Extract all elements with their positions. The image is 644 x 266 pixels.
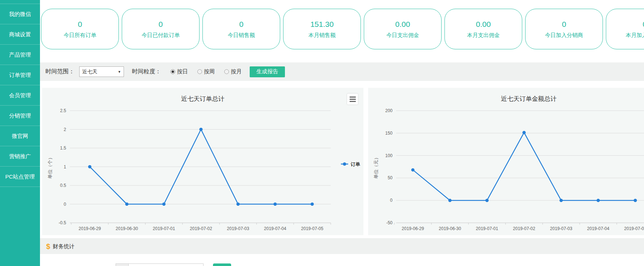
stat-card-label: 今日所有订单 xyxy=(64,32,96,39)
time-range-value: 近七天 xyxy=(82,69,97,75)
svg-text:1: 1 xyxy=(64,164,66,169)
finance-form-row xyxy=(116,263,231,266)
stat-card-label: 今日已付款订单 xyxy=(142,32,180,39)
svg-text:0: 0 xyxy=(390,198,393,203)
svg-text:-0.5: -0.5 xyxy=(59,220,66,225)
time-range-select[interactable]: 近七天 ▼ xyxy=(79,66,124,77)
radio-label: 按日 xyxy=(177,68,188,75)
stat-card-value: 0.00 xyxy=(476,20,491,29)
stat-card-value: 0 xyxy=(239,20,243,29)
finance-input[interactable] xyxy=(129,263,204,266)
svg-text:2019-06-30: 2019-06-30 xyxy=(116,226,138,231)
time-range-label: 时间范围： xyxy=(45,68,75,75)
svg-text:2019-07-03: 2019-07-03 xyxy=(227,226,249,231)
svg-text:2019-06-29: 2019-06-29 xyxy=(402,226,424,231)
generate-report-button[interactable]: 生成报告 xyxy=(250,66,285,77)
sidebar-item-my-wechat[interactable]: 我的微信 xyxy=(0,4,40,24)
svg-text:-50: -50 xyxy=(386,220,393,225)
stat-card-label: 本月销售额 xyxy=(309,32,336,39)
svg-text:近七天订单总计: 近七天订单总计 xyxy=(181,95,225,102)
granularity-label: 时间粒度： xyxy=(132,68,161,75)
stat-card: 0本月加入分销商 xyxy=(606,9,644,49)
granularity-radio-group: 按日按周按月 xyxy=(161,68,242,75)
filter-bar: 时间范围： 近七天 ▼ 时间粒度： 按日按周按月 生成报告 xyxy=(40,62,644,81)
svg-text:2019-06-30: 2019-06-30 xyxy=(439,226,461,231)
stat-card: 0今日所有订单 xyxy=(41,9,119,49)
svg-text:2019-07-02: 2019-07-02 xyxy=(513,226,535,231)
stat-cards-row: 0今日所有订单0今日已付款订单0今日销售额151.30本月销售额0.00今日支出… xyxy=(41,9,644,49)
radio-label: 按月 xyxy=(231,68,242,75)
sidebar-item-pc-site-mgmt[interactable]: PC站点管理 xyxy=(0,166,40,187)
svg-text:0.5: 0.5 xyxy=(60,183,66,188)
svg-text:2019-07-05: 2019-07-05 xyxy=(624,226,644,231)
stat-card-label: 今日加入分销商 xyxy=(545,32,583,39)
sidebar: 我的微信商城设置产品管理订单管理会员管理分销管理微官网营销推广PC站点管理 xyxy=(0,0,40,266)
stat-card-value: 151.30 xyxy=(310,20,334,29)
svg-text:0: 0 xyxy=(64,202,66,207)
radio-by-week-icon[interactable] xyxy=(197,69,202,74)
svg-text:订单: 订单 xyxy=(350,161,360,167)
svg-text:100: 100 xyxy=(385,153,393,158)
stat-card-label: 今日销售额 xyxy=(228,32,255,39)
svg-text:2019-07-03: 2019-07-03 xyxy=(550,226,572,231)
stat-card: 0今日销售额 xyxy=(202,9,280,49)
sidebar-item-marketing[interactable]: 营销推广 xyxy=(0,146,40,166)
radio-by-month-icon[interactable] xyxy=(224,69,229,74)
svg-text:2019-07-01: 2019-07-01 xyxy=(476,226,498,231)
svg-text:2019-07-05: 2019-07-05 xyxy=(301,226,323,231)
svg-text:1.5: 1.5 xyxy=(60,146,66,151)
order-amount-chart-panel: 200150100500-502019-06-292019-06-302019-… xyxy=(368,88,644,235)
orders-line-chart: 2.521.510.50-0.52019-06-292019-06-302019… xyxy=(42,88,363,235)
sidebar-menu: 我的微信商城设置产品管理订单管理会员管理分销管理微官网营销推广PC站点管理 xyxy=(0,0,40,187)
order-amount-line-chart: 200150100500-502019-06-292019-06-302019-… xyxy=(368,88,644,235)
stat-card: 0今日加入分销商 xyxy=(525,9,603,49)
stat-card: 151.30本月销售额 xyxy=(283,9,361,49)
chart-menu-icon[interactable] xyxy=(347,94,358,105)
stat-card: 0今日已付款订单 xyxy=(122,9,200,49)
sidebar-item-micro-site[interactable]: 微官网 xyxy=(0,126,40,146)
stat-card: 0.00今日支出佣金 xyxy=(364,9,442,49)
sidebar-item-distribution-mgmt[interactable]: 分销管理 xyxy=(0,105,40,126)
radio-by-month[interactable]: 按月 xyxy=(224,68,242,75)
stat-card-label: 本月加入分销商 xyxy=(626,32,644,39)
svg-text:单位（元）: 单位（元） xyxy=(373,155,379,179)
stat-card-label: 本月支出佣金 xyxy=(467,32,500,39)
svg-text:单位（个）: 单位（个） xyxy=(47,155,53,179)
stat-card-value: 0 xyxy=(643,20,644,29)
finance-section-header: $ 财务统计 xyxy=(40,238,644,254)
orders-chart-panel: 2.521.510.50-0.52019-06-292019-06-302019… xyxy=(42,88,363,235)
input-addon xyxy=(116,263,129,266)
svg-text:2019-07-01: 2019-07-01 xyxy=(153,226,175,231)
svg-text:近七天订单金额总计: 近七天订单金额总计 xyxy=(501,95,557,102)
finance-submit-button[interactable] xyxy=(213,263,231,266)
radio-label: 按周 xyxy=(204,68,215,75)
sidebar-item-order-mgmt[interactable]: 订单管理 xyxy=(0,65,40,85)
svg-text:2: 2 xyxy=(64,127,66,132)
svg-text:2019-06-29: 2019-06-29 xyxy=(79,226,101,231)
sidebar-item-member-mgmt[interactable]: 会员管理 xyxy=(0,85,40,105)
stat-card-value: 0.00 xyxy=(395,20,410,29)
sidebar-item-product-mgmt[interactable]: 产品管理 xyxy=(0,44,40,65)
svg-text:2019-07-04: 2019-07-04 xyxy=(587,226,609,231)
radio-by-week[interactable]: 按周 xyxy=(197,68,215,75)
finance-section-title: 财务统计 xyxy=(53,243,75,250)
sidebar-item-mall-settings[interactable]: 商城设置 xyxy=(0,24,40,44)
stat-card-label: 今日支出佣金 xyxy=(386,32,419,39)
stat-card: 0.00本月支出佣金 xyxy=(444,9,522,49)
dollar-icon: $ xyxy=(46,242,50,251)
svg-text:200: 200 xyxy=(385,108,393,113)
svg-text:150: 150 xyxy=(385,131,393,136)
svg-text:50: 50 xyxy=(388,175,393,180)
svg-text:2.5: 2.5 xyxy=(60,108,66,113)
svg-text:2019-07-02: 2019-07-02 xyxy=(190,226,212,231)
radio-by-day-icon[interactable] xyxy=(170,69,175,74)
svg-text:2019-07-04: 2019-07-04 xyxy=(264,226,286,231)
stat-card-value: 0 xyxy=(158,20,163,29)
stat-card-value: 0 xyxy=(562,20,566,29)
radio-by-day[interactable]: 按日 xyxy=(170,68,188,75)
chevron-down-icon: ▼ xyxy=(118,70,121,74)
stat-card-value: 0 xyxy=(78,20,82,29)
